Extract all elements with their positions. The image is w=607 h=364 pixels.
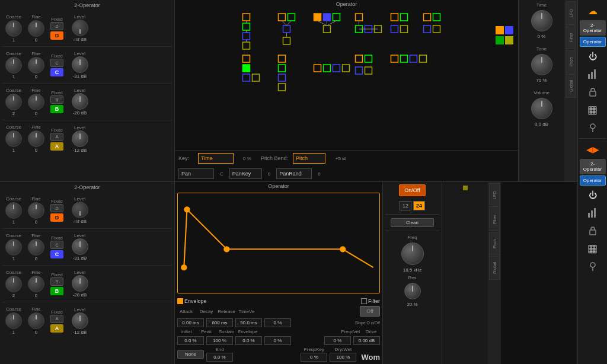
- level-c-knob[interactable]: [72, 56, 88, 73]
- tone-knob[interactable]: [531, 54, 552, 75]
- pan-field[interactable]: [178, 168, 214, 179]
- freqVel-value[interactable]: [324, 336, 351, 345]
- bot-level-d-knob[interactable]: [72, 202, 88, 218]
- algo-pattern-4[interactable]: [356, 14, 382, 33]
- envelope2-value[interactable]: [264, 336, 291, 345]
- coarse-d-knob[interactable]: [5, 20, 22, 37]
- fixed-c-btn[interactable]: C: [50, 59, 63, 67]
- bot-power-icon[interactable]: ⏻: [580, 187, 606, 203]
- bot-fixed-a-btn[interactable]: A: [50, 315, 63, 323]
- coarse-b-knob[interactable]: [5, 94, 22, 110]
- fixed-d-btn[interactable]: D: [50, 22, 63, 30]
- bot-level-a-knob[interactable]: [72, 312, 88, 329]
- filter-checkbox[interactable]: Filter: [361, 298, 380, 304]
- fine-c-knob[interactable]: [28, 57, 44, 74]
- 2op-btn-bot[interactable]: 2-Operator: [580, 159, 606, 174]
- bot-fixed-b-btn[interactable]: B: [50, 277, 63, 286]
- algo-pattern-6[interactable]: [424, 14, 440, 33]
- fine-d-knob[interactable]: [28, 20, 44, 37]
- freq-knob[interactable]: [401, 242, 424, 265]
- bot-fine-d-knob[interactable]: [28, 202, 44, 219]
- bot-level-c-knob[interactable]: [72, 238, 88, 255]
- algo-pattern-11[interactable]: [391, 55, 427, 62]
- env-canvas[interactable]: [177, 193, 380, 293]
- algo-pattern-5[interactable]: [391, 14, 408, 33]
- panrand-field[interactable]: [276, 168, 312, 179]
- bot-fixed-d-btn[interactable]: D: [50, 204, 63, 212]
- bot-lock-icon[interactable]: [580, 222, 606, 239]
- fine-a-knob[interactable]: [28, 130, 44, 147]
- attack-value[interactable]: [177, 318, 204, 327]
- grid-icon[interactable]: ▦: [580, 101, 606, 118]
- bot-pitch-tab[interactable]: Pitch: [489, 232, 500, 256]
- bot-fine-a-knob[interactable]: [28, 312, 44, 329]
- env-checkbox[interactable]: Envelope: [177, 298, 207, 304]
- bot-chart-icon[interactable]: [580, 205, 606, 221]
- arrow-icon[interactable]: ◀▶: [580, 141, 606, 158]
- 2op-btn-top[interactable]: 2-Operator: [580, 20, 606, 36]
- algo-pattern-7[interactable]: [243, 55, 260, 81]
- volume-knob[interactable]: [531, 98, 552, 119]
- pin-icon[interactable]: [580, 119, 606, 136]
- pankey-field[interactable]: [229, 168, 262, 179]
- lfo-tab[interactable]: LFO: [566, 1, 576, 25]
- freqKey-value[interactable]: [301, 353, 327, 362]
- level-d-knob[interactable]: [72, 20, 88, 36]
- end-value[interactable]: [206, 353, 233, 362]
- peak-value[interactable]: [206, 336, 233, 345]
- algo-pattern-3[interactable]: [314, 14, 340, 33]
- clean-btn[interactable]: Clean: [391, 218, 434, 227]
- bot-coarse-d-knob[interactable]: [5, 202, 22, 219]
- bot-lfo-tab[interactable]: LFO: [489, 183, 500, 207]
- bot-fine-c-knob[interactable]: [28, 239, 44, 256]
- bot-coarse-b-knob[interactable]: [5, 276, 22, 292]
- slope-off-btn[interactable]: Off: [360, 306, 380, 317]
- bot-pin-icon[interactable]: [580, 258, 606, 274]
- dryWet-value[interactable]: [330, 353, 356, 362]
- chart-icon[interactable]: [580, 66, 606, 82]
- coarse-a-knob[interactable]: [5, 130, 22, 147]
- level-b-knob[interactable]: [72, 93, 88, 110]
- algo-pattern-2[interactable]: [279, 14, 295, 44]
- pitch-tab[interactable]: Pitch: [566, 50, 576, 74]
- num-24[interactable]: 24: [413, 201, 425, 210]
- fine-b-knob[interactable]: [28, 94, 44, 110]
- num-12[interactable]: 12: [400, 201, 411, 210]
- decay-value[interactable]: [206, 318, 233, 327]
- bot-grid-icon[interactable]: ▦: [580, 240, 606, 257]
- onoff-button[interactable]: On/Off: [399, 184, 425, 196]
- bot-coarse-c-knob[interactable]: [5, 239, 22, 256]
- release-value[interactable]: [235, 318, 262, 327]
- lock-icon[interactable]: [580, 84, 606, 100]
- algo-pattern-1[interactable]: [243, 14, 250, 49]
- coarse-c-knob[interactable]: [5, 57, 22, 74]
- algo-pattern-10[interactable]: [356, 55, 372, 74]
- cloud-icon[interactable]: ☁: [580, 2, 606, 19]
- global-tab[interactable]: Global: [566, 74, 576, 98]
- res-knob[interactable]: [404, 283, 421, 299]
- fixed-a-btn[interactable]: A: [50, 133, 63, 141]
- level-a-knob[interactable]: [72, 130, 88, 147]
- drive-value[interactable]: [353, 336, 380, 345]
- bot-level-b-knob[interactable]: [72, 275, 88, 292]
- env-point-peak[interactable]: [184, 206, 190, 212]
- env-point-sustain[interactable]: [223, 246, 229, 252]
- bot-fine-b-knob[interactable]: [28, 276, 44, 292]
- key-field[interactable]: [198, 153, 234, 164]
- time-knob[interactable]: [531, 10, 552, 31]
- bot-coarse-a-knob[interactable]: [5, 312, 22, 329]
- power-icon[interactable]: ⏻: [580, 48, 606, 65]
- pitch-field[interactable]: [293, 153, 325, 164]
- filter-tab[interactable]: Filter: [566, 25, 576, 49]
- bot-fixed-c-btn[interactable]: C: [50, 241, 63, 249]
- env-point-release-start[interactable]: [340, 246, 346, 252]
- fixed-b-btn[interactable]: B: [50, 95, 63, 104]
- bot-global-tab[interactable]: Global: [489, 256, 500, 280]
- algo-pattern-8[interactable]: [279, 55, 286, 91]
- bot-filter-tab[interactable]: Filter: [489, 207, 500, 231]
- op-btn-bot[interactable]: Operator: [580, 175, 606, 186]
- algo-pattern-9[interactable]: [314, 65, 350, 72]
- sustain-value[interactable]: [235, 336, 262, 345]
- op-btn-top[interactable]: Operator: [580, 37, 606, 47]
- initial-value[interactable]: [177, 336, 204, 345]
